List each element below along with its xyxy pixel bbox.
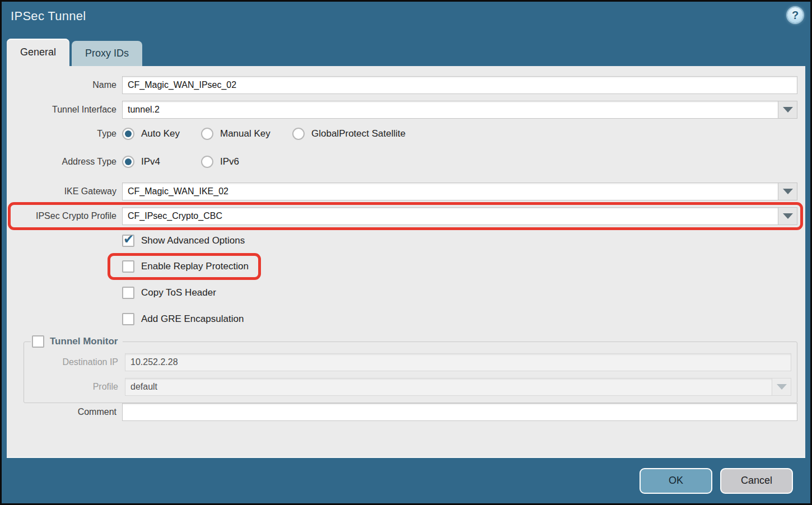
destination-ip-label: Destination IP bbox=[30, 357, 118, 367]
address-type-row: Address Type IPv4 IPv6 bbox=[15, 156, 797, 168]
radio-globalprotect-satellite[interactable] bbox=[292, 128, 305, 140]
type-option-auto-key[interactable]: Auto Key bbox=[122, 128, 201, 140]
ipsec-crypto-profile-input[interactable] bbox=[122, 207, 778, 225]
type-label: Type bbox=[15, 129, 116, 139]
dialog-titlebar: IPSec Tunnel ? bbox=[2, 2, 810, 36]
ipsec-tunnel-dialog: IPSec Tunnel ? General Proxy IDs Name Tu… bbox=[0, 0, 812, 505]
chevron-down-icon bbox=[777, 384, 787, 390]
general-tab-panel: Name Tunnel Interface Type Auto Key bbox=[7, 66, 805, 458]
address-type-option-ipv6[interactable]: IPv6 bbox=[201, 156, 239, 168]
dialog-footer: OK Cancel bbox=[2, 458, 810, 503]
name-row: Name bbox=[15, 76, 797, 94]
cancel-button[interactable]: Cancel bbox=[720, 468, 793, 494]
destination-ip-row: Destination IP bbox=[30, 353, 791, 371]
name-input[interactable] bbox=[122, 76, 797, 94]
comment-input[interactable] bbox=[122, 403, 797, 421]
tunnel-monitor-title: Tunnel Monitor bbox=[50, 336, 118, 347]
radio-ipv4[interactable] bbox=[122, 156, 134, 168]
tunnel-interface-row: Tunnel Interface bbox=[15, 101, 797, 119]
tab-proxy-ids[interactable]: Proxy IDs bbox=[72, 41, 142, 66]
ike-gateway-input[interactable] bbox=[122, 183, 778, 200]
show-advanced-options-row[interactable]: Show Advanced Options bbox=[122, 234, 797, 247]
radio-auto-key[interactable] bbox=[122, 128, 134, 140]
add-gre-encapsulation-checkbox[interactable] bbox=[122, 313, 134, 325]
comment-label: Comment bbox=[15, 407, 116, 417]
copy-tos-header-row[interactable]: Copy ToS Header bbox=[122, 286, 797, 299]
enable-replay-protection-row: Enable Replay Protection bbox=[122, 260, 797, 273]
tunnel-monitor-legend: Tunnel Monitor bbox=[31, 335, 123, 348]
name-label: Name bbox=[15, 80, 116, 90]
radio-manual-key[interactable] bbox=[201, 128, 213, 140]
ike-gateway-dropdown-button[interactable] bbox=[778, 183, 797, 200]
profile-dropdown-button bbox=[772, 378, 791, 396]
enable-replay-protection-checkbox[interactable] bbox=[122, 260, 134, 273]
type-row: Type Auto Key Manual Key GlobalProtect S… bbox=[15, 128, 797, 140]
profile-input bbox=[125, 378, 772, 396]
ipsec-crypto-profile-dropdown-button[interactable] bbox=[778, 207, 797, 225]
chevron-down-icon bbox=[783, 189, 793, 194]
tunnel-interface-dropdown-button[interactable] bbox=[778, 101, 797, 119]
type-option-manual-key[interactable]: Manual Key bbox=[201, 128, 292, 140]
ipsec-crypto-profile-label: IPSec Crypto Profile bbox=[15, 211, 116, 221]
tunnel-monitor-checkbox[interactable] bbox=[32, 335, 44, 348]
tunnel-monitor-group: Tunnel Monitor Destination IP Profile bbox=[24, 335, 797, 403]
address-type-option-ipv4[interactable]: IPv4 bbox=[122, 156, 201, 168]
ipsec-crypto-profile-row: IPSec Crypto Profile bbox=[15, 207, 797, 225]
comment-row: Comment bbox=[15, 403, 797, 421]
show-advanced-options-checkbox[interactable] bbox=[122, 235, 134, 247]
address-type-label: Address Type bbox=[15, 157, 116, 167]
copy-tos-header-checkbox[interactable] bbox=[122, 287, 134, 299]
ike-gateway-row: IKE Gateway bbox=[15, 183, 797, 200]
profile-row: Profile bbox=[30, 378, 791, 396]
profile-label: Profile bbox=[30, 382, 118, 392]
type-option-globalprotect-satellite[interactable]: GlobalProtect Satellite bbox=[292, 128, 405, 140]
radio-ipv6[interactable] bbox=[201, 156, 213, 168]
tab-strip: General Proxy IDs bbox=[2, 36, 810, 66]
tunnel-interface-input[interactable] bbox=[122, 101, 778, 119]
enable-replay-protection-group[interactable]: Enable Replay Protection bbox=[122, 260, 249, 273]
dialog-title: IPSec Tunnel bbox=[11, 9, 86, 24]
chevron-down-icon bbox=[783, 213, 793, 219]
ike-gateway-label: IKE Gateway bbox=[15, 186, 116, 197]
ok-button[interactable]: OK bbox=[640, 468, 712, 494]
chevron-down-icon bbox=[783, 107, 793, 113]
add-gre-encapsulation-row[interactable]: Add GRE Encapsulation bbox=[122, 312, 797, 325]
help-icon[interactable]: ? bbox=[787, 7, 803, 23]
tab-general[interactable]: General bbox=[7, 39, 69, 66]
tunnel-interface-label: Tunnel Interface bbox=[15, 105, 116, 115]
destination-ip-input bbox=[125, 353, 791, 371]
